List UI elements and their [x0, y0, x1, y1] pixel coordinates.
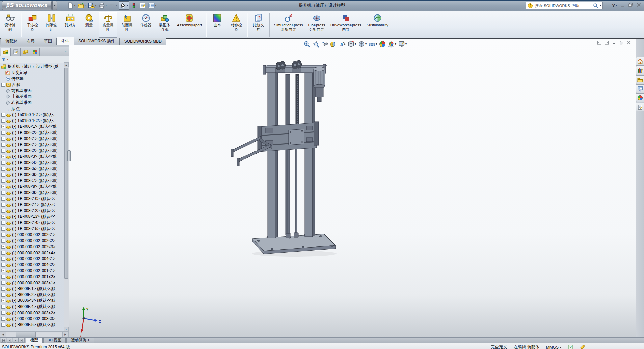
panel-tabs-overflow-chevron[interactable]: »: [64, 49, 66, 53]
panel-tab-displaymanager[interactable]: [30, 48, 40, 56]
tree-item[interactable]: +(-) 000-000-002-002<3>: [0, 244, 63, 250]
tree-expand-box[interactable]: +: [1, 119, 5, 123]
window-restore-button[interactable]: [619, 40, 624, 46]
taskpane-design-library-button[interactable]: [636, 66, 644, 75]
tree-expand-box[interactable]: +: [1, 323, 5, 327]
tree-item[interactable]: +(-) 000-000-002-002<1>: [0, 232, 63, 238]
tree-item[interactable]: +(-) 000-000-002-002<2>: [0, 238, 63, 244]
dropdown-arrow[interactable]: ▾: [127, 4, 128, 7]
tree-expand-box[interactable]: +: [1, 305, 5, 309]
status-text[interactable]: MMGS▴: [546, 345, 561, 349]
tree-expand-box[interactable]: +: [1, 293, 5, 297]
tree-expand-box[interactable]: +: [1, 239, 5, 243]
tree-item[interactable]: +(-) TB-008<12> (默认<<: [0, 208, 63, 214]
tree-item[interactable]: +(-) 000-000-002-001<1>: [0, 268, 63, 274]
dropdown-arrow[interactable]: ▾: [116, 4, 117, 7]
ribbon-button-driveworksxpress[interactable]: DriveWorksXpress 向导: [328, 12, 364, 38]
tree-item[interactable]: +(-) TB-008<8> (默认<<默: [0, 184, 63, 190]
tree-item[interactable]: +(-) 150150-1<1> (默认<: [0, 112, 63, 118]
tree-item[interactable]: +(-) TB-008<5> (默认<<默: [0, 166, 63, 172]
command-tab[interactable]: SOLIDWORKS MBD: [120, 38, 166, 45]
rebuild-traffic-light-button[interactable]: [130, 2, 138, 9]
tree-expand-box[interactable]: +: [1, 215, 5, 219]
tree-item[interactable]: +(-) 000-000-002-003<1>: [0, 280, 63, 286]
dropdown-arrow[interactable]: ▾: [395, 43, 396, 46]
close-button[interactable]: [636, 2, 641, 8]
tree-vertical-scrollbar[interactable]: ▲ ▼: [64, 62, 69, 332]
dropdown-arrow[interactable]: ▾: [376, 43, 377, 46]
tree-expand-box[interactable]: +: [1, 233, 5, 237]
tree-item[interactable]: +(-) 000-000-002-003<2>: [0, 310, 63, 316]
dropdown-arrow[interactable]: ▾: [405, 43, 407, 46]
ribbon-button-hole-alignment[interactable]: 孔对齐: [61, 12, 80, 38]
taskpane-custom-properties-button[interactable]: [636, 103, 644, 111]
search-input[interactable]: [534, 3, 592, 8]
scroll-up-arrow[interactable]: ▲: [64, 62, 69, 67]
command-tab[interactable]: 草图: [39, 38, 57, 45]
headsup-edit-appearance-button[interactable]: [378, 40, 386, 48]
ribbon-button-assembly-visualization[interactable]: 装配体 直观: [155, 12, 174, 38]
tree-expand-box[interactable]: +: [1, 113, 5, 117]
panel-splitter-grip[interactable]: [67, 150, 71, 161]
headsup-view-orientation-button[interactable]: ▾: [347, 40, 357, 48]
taskpane-solidworks-resources-button[interactable]: [636, 57, 644, 66]
headsup-view-settings-button[interactable]: ▾: [398, 40, 407, 48]
tree-expand-box[interactable]: +: [1, 257, 5, 261]
document-tab[interactable]: 模型: [26, 338, 43, 343]
ribbon-button-design-study[interactable]: 设计算 例: [1, 12, 20, 38]
dropdown-arrow[interactable]: ▾: [95, 4, 96, 7]
undo-button[interactable]: ▾: [108, 2, 118, 9]
dropdown-arrow[interactable]: ▾: [74, 4, 75, 7]
dropdown-arrow[interactable]: ▾: [365, 43, 367, 46]
nav-first-button[interactable]: [1, 338, 6, 343]
ribbon-button-clearance-verify[interactable]: 间隙验 证: [42, 12, 61, 38]
tree-item[interactable]: 原点: [0, 106, 63, 112]
tree-item[interactable]: +(-) TB-008<10> (默认<<: [0, 196, 63, 202]
window-tile-left-button[interactable]: [597, 40, 602, 46]
options-list-button[interactable]: ▾: [147, 2, 157, 9]
select-cursor-button[interactable]: ▾: [119, 1, 129, 10]
tree-item[interactable]: +(-) B6006<5> (默认<<默: [0, 322, 63, 328]
headsup-hide-show-items-button[interactable]: ▾: [368, 40, 378, 48]
tree-item[interactable]: +(-) B6006<2> (默认<<默: [0, 292, 63, 298]
open-folder-button[interactable]: ▾: [77, 2, 86, 9]
dropdown-arrow[interactable]: ▾: [355, 43, 356, 46]
model-3d-lift-assembly[interactable]: y z x: [69, 39, 636, 337]
headsup-display-style-button[interactable]: ▾: [357, 40, 367, 48]
tree-expand-box[interactable]: +: [1, 185, 5, 188]
taskpane-file-explorer-button[interactable]: [636, 75, 644, 84]
help-button[interactable]: ?▾: [612, 3, 617, 8]
tree-expand-box[interactable]: +: [1, 263, 5, 267]
tree-expand-box[interactable]: +: [1, 179, 5, 183]
tree-expand-box[interactable]: +: [1, 197, 5, 201]
ribbon-button-sensor[interactable]: 传感器: [136, 12, 155, 38]
tree-item[interactable]: +(-) TB-008<13> (默认<<: [0, 214, 63, 220]
scroll-track[interactable]: [6, 332, 62, 337]
tree-item[interactable]: +(-) B6006<3> (默认<<默: [0, 298, 63, 304]
status-status-help[interactable]: ?: [568, 345, 573, 349]
nav-next-button[interactable]: [13, 338, 19, 343]
ribbon-button-measure[interactable]: 测量: [80, 12, 99, 38]
taskpane-view-palette-button[interactable]: [636, 84, 644, 93]
status-status-tag[interactable]: [580, 345, 585, 349]
tree-item[interactable]: +(-) TB-008<9> (默认<<默: [0, 190, 63, 196]
tree-item[interactable]: +(-) TB-008<1> (默认<<默: [0, 142, 63, 148]
tree-expand-box[interactable]: +: [1, 203, 5, 207]
tree-expand-box[interactable]: +: [1, 149, 5, 153]
new-doc-button[interactable]: ▾: [66, 2, 76, 9]
tree-expand-box[interactable]: +: [1, 221, 5, 225]
tree-expand-box[interactable]: +: [1, 299, 5, 302]
minimize-button[interactable]: [620, 2, 625, 8]
tree-expand-box[interactable]: +: [1, 173, 5, 177]
nav-prev-button[interactable]: [7, 338, 12, 343]
save-button[interactable]: ▾: [87, 2, 97, 9]
tree-item[interactable]: +(-) TB-004<1> (默认<<默: [0, 136, 63, 142]
tree-item[interactable]: 传感器: [0, 76, 63, 82]
tree-horizontal-scrollbar[interactable]: ◀ ▶: [0, 331, 69, 337]
tree-item[interactable]: +(-) 000-000-002-004<1>: [0, 256, 63, 262]
scroll-right-arrow[interactable]: ▶: [62, 332, 69, 337]
tree-item[interactable]: +(-) TB-008<3> (默认<<默: [0, 154, 63, 160]
tree-item[interactable]: +(-) B6006<1> (默认<<默: [0, 286, 63, 292]
tree-item[interactable]: +(-) TB-008<14> (默认<<: [0, 220, 63, 226]
units-dropdown-arrow[interactable]: ▴: [560, 346, 561, 349]
